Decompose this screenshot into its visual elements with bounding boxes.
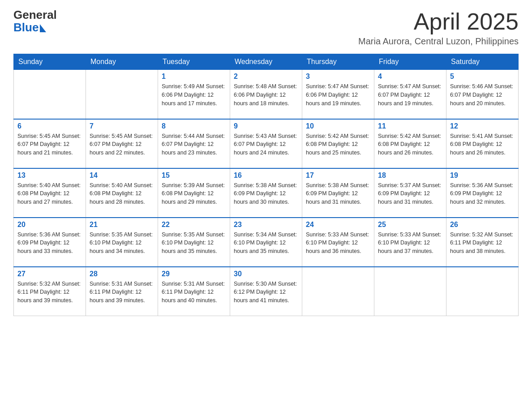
day-number: 28 (90, 270, 154, 278)
day-info: Sunrise: 5:30 AM Sunset: 6:12 PM Dayligh… (234, 280, 298, 305)
day-info: Sunrise: 5:35 AM Sunset: 6:10 PM Dayligh… (162, 231, 226, 256)
calendar-week-row: 27Sunrise: 5:32 AM Sunset: 6:11 PM Dayli… (14, 267, 519, 316)
day-number: 14 (90, 171, 154, 180)
day-number: 8 (162, 122, 226, 130)
calendar-week-row: 13Sunrise: 5:40 AM Sunset: 6:08 PM Dayli… (14, 168, 519, 218)
calendar-week-row: 20Sunrise: 5:36 AM Sunset: 6:09 PM Dayli… (14, 218, 519, 267)
day-number: 1 (162, 73, 226, 81)
calendar-header-thursday: Thursday (302, 54, 374, 70)
day-number: 18 (378, 171, 442, 180)
calendar-header-row: SundayMondayTuesdayWednesdayThursdayFrid… (14, 54, 519, 70)
calendar-cell: 19Sunrise: 5:36 AM Sunset: 6:09 PM Dayli… (446, 168, 519, 218)
day-number: 20 (17, 221, 82, 229)
calendar-cell (374, 267, 446, 316)
calendar-cell: 16Sunrise: 5:38 AM Sunset: 6:09 PM Dayli… (230, 168, 302, 218)
day-number: 11 (378, 122, 442, 130)
title-area: April 2025 Maria Aurora, Central Luzon, … (358, 9, 519, 47)
day-number: 21 (90, 221, 154, 229)
day-number: 5 (450, 73, 515, 81)
calendar-header-friday: Friday (374, 54, 446, 70)
calendar-cell: 11Sunrise: 5:42 AM Sunset: 6:08 PM Dayli… (374, 119, 446, 168)
calendar-cell: 10Sunrise: 5:42 AM Sunset: 6:08 PM Dayli… (302, 119, 374, 168)
logo-general-text: General (13, 9, 57, 21)
day-number: 15 (162, 171, 226, 180)
logo-arrow-icon (40, 24, 46, 32)
day-number: 22 (162, 221, 226, 229)
calendar-week-row: 6Sunrise: 5:45 AM Sunset: 6:07 PM Daylig… (14, 119, 519, 168)
day-info: Sunrise: 5:38 AM Sunset: 6:09 PM Dayligh… (234, 181, 298, 206)
calendar-cell: 7Sunrise: 5:45 AM Sunset: 6:07 PM Daylig… (86, 119, 158, 168)
calendar-cell: 27Sunrise: 5:32 AM Sunset: 6:11 PM Dayli… (14, 267, 86, 316)
calendar-cell: 21Sunrise: 5:35 AM Sunset: 6:10 PM Dayli… (86, 218, 158, 267)
calendar-cell: 26Sunrise: 5:32 AM Sunset: 6:11 PM Dayli… (446, 218, 519, 267)
day-info: Sunrise: 5:45 AM Sunset: 6:07 PM Dayligh… (17, 132, 82, 157)
day-number: 17 (306, 171, 370, 180)
day-number: 3 (306, 73, 370, 81)
day-info: Sunrise: 5:48 AM Sunset: 6:06 PM Dayligh… (234, 82, 298, 107)
calendar-cell (302, 267, 374, 316)
header: General Blue April 2025 Maria Aurora, Ce… (13, 9, 519, 47)
calendar-header-wednesday: Wednesday (230, 54, 302, 70)
location-title: Maria Aurora, Central Luzon, Philippines (358, 36, 519, 47)
calendar-header-sunday: Sunday (14, 54, 86, 70)
calendar-cell: 23Sunrise: 5:34 AM Sunset: 6:10 PM Dayli… (230, 218, 302, 267)
day-info: Sunrise: 5:34 AM Sunset: 6:10 PM Dayligh… (234, 231, 298, 256)
calendar-cell: 9Sunrise: 5:43 AM Sunset: 6:07 PM Daylig… (230, 119, 302, 168)
day-info: Sunrise: 5:39 AM Sunset: 6:08 PM Dayligh… (162, 181, 226, 206)
calendar-cell: 18Sunrise: 5:37 AM Sunset: 6:09 PM Dayli… (374, 168, 446, 218)
calendar-cell (14, 70, 86, 119)
day-number: 9 (234, 122, 298, 130)
day-info: Sunrise: 5:41 AM Sunset: 6:08 PM Dayligh… (450, 132, 515, 157)
calendar-cell: 1Sunrise: 5:49 AM Sunset: 6:06 PM Daylig… (158, 70, 230, 119)
day-number: 16 (234, 171, 298, 180)
calendar-week-row: 1Sunrise: 5:49 AM Sunset: 6:06 PM Daylig… (14, 70, 519, 119)
calendar-cell: 6Sunrise: 5:45 AM Sunset: 6:07 PM Daylig… (14, 119, 86, 168)
day-number: 25 (378, 221, 442, 229)
calendar-cell: 13Sunrise: 5:40 AM Sunset: 6:08 PM Dayli… (14, 168, 86, 218)
day-info: Sunrise: 5:42 AM Sunset: 6:08 PM Dayligh… (378, 132, 442, 157)
calendar-cell: 2Sunrise: 5:48 AM Sunset: 6:06 PM Daylig… (230, 70, 302, 119)
calendar-cell: 14Sunrise: 5:40 AM Sunset: 6:08 PM Dayli… (86, 168, 158, 218)
logo-blue-text: Blue (13, 21, 39, 34)
day-info: Sunrise: 5:47 AM Sunset: 6:07 PM Dayligh… (378, 82, 442, 107)
day-info: Sunrise: 5:40 AM Sunset: 6:08 PM Dayligh… (17, 181, 82, 206)
day-number: 30 (234, 270, 298, 278)
day-info: Sunrise: 5:43 AM Sunset: 6:07 PM Dayligh… (234, 132, 298, 157)
calendar-cell: 22Sunrise: 5:35 AM Sunset: 6:10 PM Dayli… (158, 218, 230, 267)
calendar-cell (446, 267, 519, 316)
calendar-header-saturday: Saturday (446, 54, 519, 70)
calendar-cell: 8Sunrise: 5:44 AM Sunset: 6:07 PM Daylig… (158, 119, 230, 168)
day-info: Sunrise: 5:32 AM Sunset: 6:11 PM Dayligh… (17, 280, 82, 305)
day-info: Sunrise: 5:32 AM Sunset: 6:11 PM Dayligh… (450, 231, 515, 256)
calendar-cell: 30Sunrise: 5:30 AM Sunset: 6:12 PM Dayli… (230, 267, 302, 316)
day-info: Sunrise: 5:35 AM Sunset: 6:10 PM Dayligh… (90, 231, 154, 256)
day-number: 13 (17, 171, 82, 180)
logo: General Blue (13, 9, 57, 34)
calendar-cell: 28Sunrise: 5:31 AM Sunset: 6:11 PM Dayli… (86, 267, 158, 316)
day-number: 24 (306, 221, 370, 229)
day-number: 12 (450, 122, 515, 130)
day-info: Sunrise: 5:47 AM Sunset: 6:06 PM Dayligh… (306, 82, 370, 107)
day-info: Sunrise: 5:42 AM Sunset: 6:08 PM Dayligh… (306, 132, 370, 157)
day-info: Sunrise: 5:37 AM Sunset: 6:09 PM Dayligh… (378, 181, 442, 206)
calendar-cell: 25Sunrise: 5:33 AM Sunset: 6:10 PM Dayli… (374, 218, 446, 267)
calendar-cell: 5Sunrise: 5:46 AM Sunset: 6:07 PM Daylig… (446, 70, 519, 119)
calendar-cell: 17Sunrise: 5:38 AM Sunset: 6:09 PM Dayli… (302, 168, 374, 218)
calendar-cell: 15Sunrise: 5:39 AM Sunset: 6:08 PM Dayli… (158, 168, 230, 218)
day-number: 6 (17, 122, 82, 130)
day-number: 10 (306, 122, 370, 130)
day-number: 23 (234, 221, 298, 229)
calendar-cell: 4Sunrise: 5:47 AM Sunset: 6:07 PM Daylig… (374, 70, 446, 119)
day-number: 19 (450, 171, 515, 180)
day-number: 27 (17, 270, 82, 278)
day-info: Sunrise: 5:33 AM Sunset: 6:10 PM Dayligh… (306, 231, 370, 256)
calendar-cell: 20Sunrise: 5:36 AM Sunset: 6:09 PM Dayli… (14, 218, 86, 267)
day-info: Sunrise: 5:46 AM Sunset: 6:07 PM Dayligh… (450, 82, 515, 107)
calendar-cell: 3Sunrise: 5:47 AM Sunset: 6:06 PM Daylig… (302, 70, 374, 119)
calendar-table: SundayMondayTuesdayWednesdayThursdayFrid… (13, 54, 519, 316)
day-info: Sunrise: 5:31 AM Sunset: 6:11 PM Dayligh… (90, 280, 154, 305)
day-info: Sunrise: 5:44 AM Sunset: 6:07 PM Dayligh… (162, 132, 226, 157)
month-title: April 2025 (358, 9, 519, 34)
calendar-cell: 12Sunrise: 5:41 AM Sunset: 6:08 PM Dayli… (446, 119, 519, 168)
day-number: 4 (378, 73, 442, 81)
